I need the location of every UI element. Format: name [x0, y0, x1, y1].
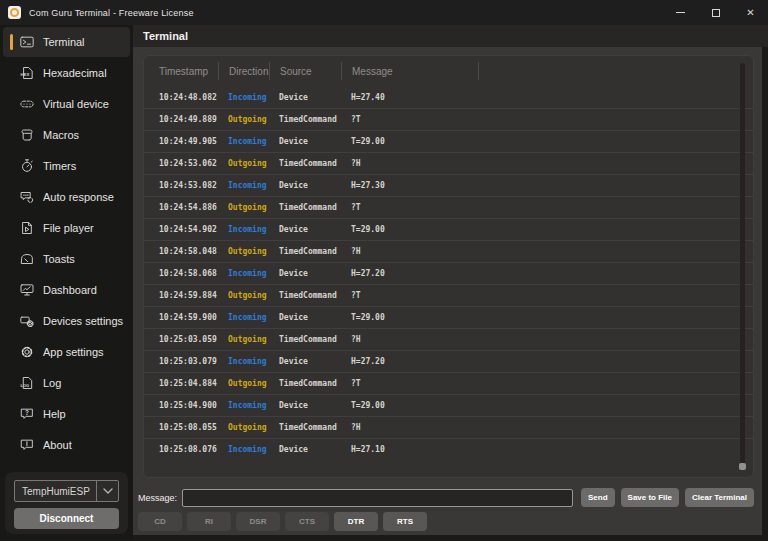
table-row[interactable]: 10:24:48.082 Incoming Device H=27.40	[144, 86, 753, 108]
chevron-down-icon	[96, 481, 118, 501]
signal-button[interactable]: CTS	[285, 512, 329, 531]
cell-timestamp: 10:25:08.076	[159, 445, 218, 454]
cell-direction: Outgoing	[218, 379, 269, 388]
cell-source: TimedCommand	[269, 247, 341, 256]
maximize-icon	[712, 9, 720, 17]
clear-terminal-button[interactable]: Clear Terminal	[685, 488, 754, 507]
cell-timestamp: 10:25:08.055	[159, 423, 218, 432]
column-header-message[interactable]: Message	[341, 62, 478, 80]
table-row[interactable]: 10:24:54.902 Incoming Device T=29.00	[144, 218, 753, 240]
cell-source: Device	[269, 93, 341, 102]
cell-timestamp: 10:24:53.082	[159, 181, 218, 190]
macros-icon	[19, 127, 35, 143]
virtual-device-icon	[19, 96, 35, 112]
cell-direction: Outgoing	[218, 423, 269, 432]
sidebar-item[interactable]: Log	[3, 368, 130, 398]
cell-direction: Incoming	[218, 225, 269, 234]
table-row[interactable]: 10:24:53.082 Incoming Device H=27.30	[144, 174, 753, 196]
column-header-direction[interactable]: Direction	[218, 62, 269, 80]
disconnect-button[interactable]: Disconnect	[14, 508, 119, 529]
cell-message: ?T	[341, 379, 478, 388]
table-row[interactable]: 10:24:49.905 Incoming Device T=29.00	[144, 130, 753, 152]
devices-settings-icon	[19, 313, 35, 329]
column-header-timestamp[interactable]: Timestamp	[159, 62, 218, 80]
table-row[interactable]: 10:24:58.048 Outgoing TimedCommand ?H	[144, 240, 753, 262]
sidebar-item[interactable]: Devices settings	[3, 306, 130, 336]
table-row[interactable]: 10:25:08.076 Incoming Device H=27.10	[144, 438, 753, 460]
app-settings-icon	[19, 344, 35, 360]
cell-direction: Incoming	[218, 401, 269, 410]
table-row[interactable]: 10:24:49.889 Outgoing TimedCommand ?T	[144, 108, 753, 130]
sidebar-item-label: Virtual device	[43, 98, 109, 110]
table-scrollbar-thumb[interactable]	[739, 463, 746, 470]
table-row[interactable]: 10:24:53.062 Outgoing TimedCommand ?H	[144, 152, 753, 174]
sidebar-item[interactable]: Terminal	[3, 27, 130, 57]
signal-button[interactable]: DTR	[334, 512, 378, 531]
table-row[interactable]: 10:25:03.079 Incoming Device H=27.20	[144, 350, 753, 372]
cell-timestamp: 10:24:54.902	[159, 225, 218, 234]
cell-message: T=29.00	[341, 137, 478, 146]
table-row[interactable]: 10:24:58.068 Incoming Device H=27.20	[144, 262, 753, 284]
table-row[interactable]: 10:24:59.884 Outgoing TimedCommand ?T	[144, 284, 753, 306]
sidebar-item-label: Help	[43, 408, 66, 420]
table-row[interactable]: 10:24:59.900 Incoming Device T=29.00	[144, 306, 753, 328]
minimize-button[interactable]	[663, 0, 698, 25]
sidebar-nav: Terminal Hexadecimal Virtual device Macr…	[0, 25, 133, 460]
sidebar-item[interactable]: Virtual device	[3, 89, 130, 119]
save-to-file-button[interactable]: Save to File	[621, 488, 679, 507]
sidebar-item[interactable]: Auto response	[3, 182, 130, 212]
cell-direction: Outgoing	[218, 115, 269, 124]
cell-message: H=27.20	[341, 357, 478, 366]
table-row[interactable]: 10:25:03.059 Outgoing TimedCommand ?H	[144, 328, 753, 350]
cell-source: Device	[269, 313, 341, 322]
table-header-spacer	[478, 62, 753, 80]
cell-message: ?H	[341, 247, 478, 256]
table-scrollbar-track[interactable]	[740, 63, 745, 470]
table-row[interactable]: 10:25:04.884 Outgoing TimedCommand ?T	[144, 372, 753, 394]
cell-source: Device	[269, 357, 341, 366]
table-row[interactable]: 10:25:08.055 Outgoing TimedCommand ?H	[144, 416, 753, 438]
signal-button[interactable]: RTS	[383, 512, 427, 531]
help-icon	[19, 406, 35, 422]
sidebar-item-label: Auto response	[43, 191, 114, 203]
sidebar-item[interactable]: Help	[3, 399, 130, 429]
cell-message: H=27.30	[341, 181, 478, 190]
sidebar-item[interactable]: Macros	[3, 120, 130, 150]
cell-source: Device	[269, 137, 341, 146]
sidebar-item[interactable]: App settings	[3, 337, 130, 367]
cell-source: Device	[269, 269, 341, 278]
sidebar-item-label: Macros	[43, 129, 79, 141]
sidebar-item[interactable]: File player	[3, 213, 130, 243]
cell-message: ?H	[341, 335, 478, 344]
page-title: Terminal	[143, 30, 188, 42]
table-row[interactable]: 10:25:04.900 Incoming Device T=29.00	[144, 394, 753, 416]
minimize-icon	[676, 12, 685, 13]
cell-timestamp: 10:24:48.082	[159, 93, 218, 102]
message-input[interactable]	[182, 489, 573, 507]
cell-timestamp: 10:24:53.062	[159, 159, 218, 168]
maximize-button[interactable]	[698, 0, 733, 25]
column-header-source[interactable]: Source	[269, 62, 341, 80]
signal-button[interactable]: DSR	[236, 512, 280, 531]
cell-timestamp: 10:24:49.889	[159, 115, 218, 124]
sidebar-item[interactable]: Dashboard	[3, 275, 130, 305]
sidebar-item[interactable]: Hexadecimal	[3, 58, 130, 88]
device-select[interactable]: TempHumiESP	[14, 480, 119, 502]
sidebar-item[interactable]: About	[3, 430, 130, 460]
sidebar-item[interactable]: Toasts	[3, 244, 130, 274]
titlebar: Com Guru Terminal - Freeware License ✕	[0, 0, 768, 25]
signal-button[interactable]: CD	[138, 512, 182, 531]
file-player-icon	[19, 220, 35, 236]
signal-button[interactable]: RI	[187, 512, 231, 531]
cell-source: TimedCommand	[269, 379, 341, 388]
close-button[interactable]: ✕	[733, 0, 768, 25]
cell-source: TimedCommand	[269, 115, 341, 124]
cell-source: TimedCommand	[269, 203, 341, 212]
table-row[interactable]: 10:24:54.886 Outgoing TimedCommand ?T	[144, 196, 753, 218]
timers-icon	[19, 158, 35, 174]
sidebar-item[interactable]: Timers	[3, 151, 130, 181]
sidebar-item-label: Log	[43, 377, 61, 389]
sidebar: Terminal Hexadecimal Virtual device Macr…	[0, 25, 133, 541]
cell-direction: Incoming	[218, 357, 269, 366]
send-button[interactable]: Send	[581, 488, 615, 507]
